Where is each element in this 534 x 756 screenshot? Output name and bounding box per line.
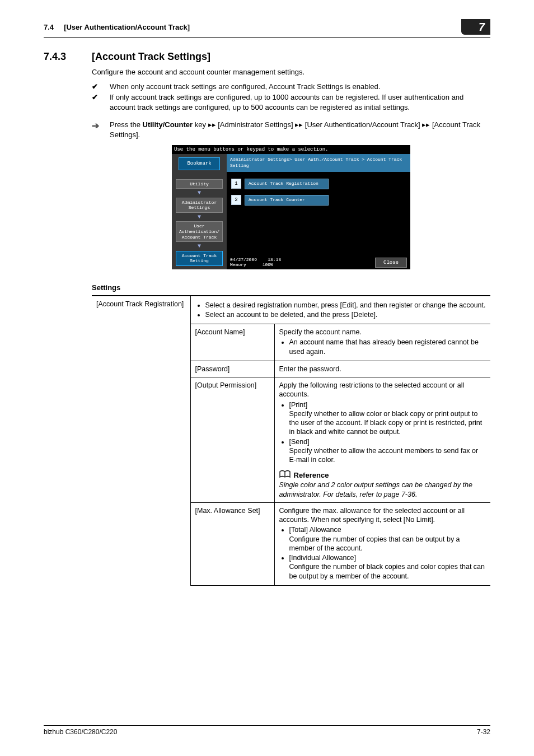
close-button[interactable]: Close xyxy=(375,258,407,268)
bullet: Select an account to be deleted, and the… xyxy=(205,310,486,319)
list-item: ✔ If only account track settings are con… xyxy=(92,92,490,112)
running-header: 7.4 [User Authentication/Account Track] … xyxy=(44,19,490,38)
pointer-icon: ▸▸ xyxy=(295,120,303,129)
list-item: ✔ When only account track settings are c… xyxy=(92,82,490,92)
footer-time: 18:18 xyxy=(268,257,281,262)
chapter-tab: 7 xyxy=(461,19,490,35)
chevron-down-icon: ▼ xyxy=(198,213,201,222)
header-section: 7.4 [User Authentication/Account Track] xyxy=(44,23,190,31)
menu-option-2[interactable]: 2 Account Track Counter xyxy=(231,195,406,206)
header-section-title: [User Authentication/Account Track] xyxy=(64,23,190,31)
settings-table: [Account Track Registration] Select a de… xyxy=(92,295,490,586)
option-number: 1 xyxy=(231,179,241,189)
check-icon: ✔ xyxy=(92,82,103,92)
cell-subsetting-desc: Specify the account name. An account nam… xyxy=(274,324,490,361)
heading-number: 7.4.3 xyxy=(44,51,77,63)
nav-utility[interactable]: Utility xyxy=(176,179,223,189)
desc-lead: Configure the max. allowance for the sel… xyxy=(279,507,465,524)
proc-pre: Press the xyxy=(110,120,143,129)
cell-subsetting-name: [Max. Allowance Set] xyxy=(190,502,274,585)
scr-main-panel: 1 Account Track Registration 2 Account T… xyxy=(227,172,410,256)
header-section-number: 7.4 xyxy=(44,23,54,31)
nav-user-auth[interactable]: User Authentication/ Account Track xyxy=(176,221,223,242)
scr-sidebar: Bookmark Utility ▼ Administrator Setting… xyxy=(172,154,227,269)
check-icon: ✔ xyxy=(92,92,103,112)
option-number: 2 xyxy=(231,195,241,205)
pointer-icon: ▸▸ xyxy=(422,120,430,129)
pointer-icon: ▸▸ xyxy=(208,120,216,129)
heading-title: [Account Track Settings] xyxy=(92,51,210,63)
proc-seg: [Administrator Settings] xyxy=(216,120,296,129)
cell-subsetting-desc: Enter the password. xyxy=(274,361,490,377)
intro-text: Configure the account and account counte… xyxy=(92,67,490,77)
footer-product: bizhub C360/C280/C220 xyxy=(44,728,117,736)
page-footer: bizhub C360/C280/C220 7-32 xyxy=(44,725,490,736)
footer-page-number: 7-32 xyxy=(477,728,490,736)
cell-setting-desc: Select a desired registration number, pr… xyxy=(190,296,490,324)
cell-subsetting-name: [Password] xyxy=(190,361,274,377)
bullet: [Individual Allowance] Configure the num… xyxy=(289,553,486,581)
reference-body: Single color and 2 color output settings… xyxy=(279,480,486,499)
bookmark-button[interactable]: Bookmark xyxy=(179,157,220,170)
chevron-down-icon: ▼ xyxy=(198,189,201,198)
proc-mid: key xyxy=(193,120,208,129)
chapter-number: 7 xyxy=(479,21,485,34)
check-text: If only account track settings are confi… xyxy=(110,92,490,112)
scr-instruction: Use the menu buttons or keypad to make a… xyxy=(172,145,410,154)
section-heading: 7.4.3 [Account Track Settings] xyxy=(44,51,490,63)
scr-footer: 04/27/2009 18:18 Memory 100% Close xyxy=(227,256,410,269)
device-screenshot: Use the menu buttons or keypad to make a… xyxy=(172,145,410,269)
desc-lead: Specify the account name. xyxy=(279,328,362,336)
arrow-right-icon: ➔ xyxy=(92,120,103,139)
bullet: [Send] Specify whether to allow the acco… xyxy=(289,437,486,465)
chevron-down-icon: ▼ xyxy=(198,242,201,251)
bullet: [Total] Allowance Configure the number o… xyxy=(289,525,486,553)
nav-account-track-setting[interactable]: Account Track Setting xyxy=(176,251,223,266)
prerequisite-list: ✔ When only account track settings are c… xyxy=(92,82,490,113)
bullet: [Print] Specify whether to allow color o… xyxy=(289,400,486,437)
cell-subsetting-name: [Account Name] xyxy=(190,324,274,361)
proc-key: Utility/Counter xyxy=(143,120,193,129)
proc-seg: [User Authentication/Account Track] xyxy=(303,120,422,129)
procedure-text: Press the Utility/Counter key ▸▸ [Admini… xyxy=(110,120,490,139)
bullet: An account name that has already been re… xyxy=(289,338,486,356)
option-label: Account Track Counter xyxy=(245,195,329,206)
settings-heading: Settings xyxy=(92,283,490,293)
footer-memory-label: Memory xyxy=(230,262,246,267)
cell-setting-name: [Account Track Registration] xyxy=(92,296,190,586)
reference-icon xyxy=(279,470,291,480)
scr-breadcrumb: Administrator Settings> User Auth./Accou… xyxy=(227,154,410,172)
cell-subsetting-name: [Output Permission] xyxy=(190,377,274,503)
check-text: When only account track settings are con… xyxy=(110,82,380,92)
bullet: Select a desired registration number, pr… xyxy=(205,301,486,310)
menu-option-1[interactable]: 1 Account Track Registration xyxy=(231,179,406,189)
option-label: Account Track Registration xyxy=(245,179,329,189)
desc-lead: Apply the following restrictions to the … xyxy=(279,381,465,398)
nav-admin-settings[interactable]: Administrator Settings xyxy=(176,198,223,213)
reference-title: Reference xyxy=(294,471,329,480)
procedure-step: ➔ Press the Utility/Counter key ▸▸ [Admi… xyxy=(92,120,490,139)
footer-memory-value: 100% xyxy=(263,262,273,267)
footer-date: 04/27/2009 xyxy=(230,257,257,262)
cell-subsetting-desc: Configure the max. allowance for the sel… xyxy=(274,502,490,585)
cell-subsetting-desc: Apply the following restrictions to the … xyxy=(274,377,490,503)
